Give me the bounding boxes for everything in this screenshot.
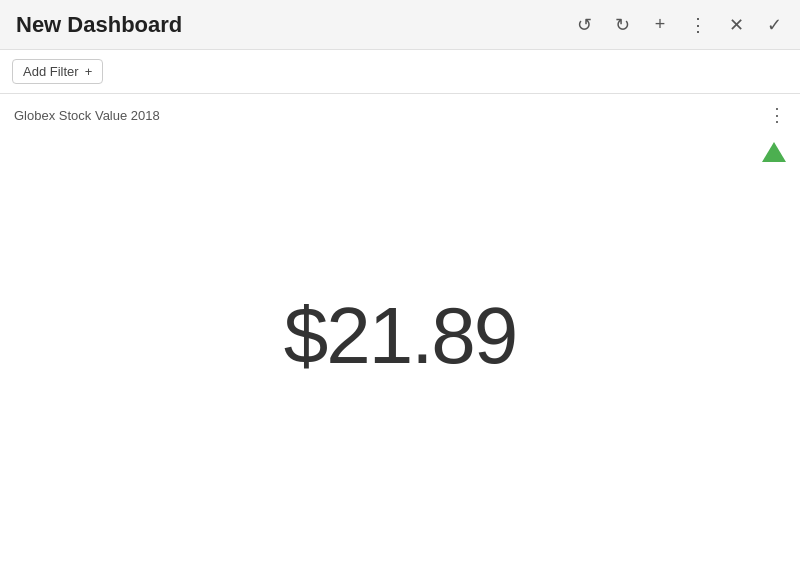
toolbar: Add Filter + — [0, 50, 800, 94]
trend-icon — [762, 142, 786, 162]
widget-value-container: $21.89 — [14, 124, 786, 548]
widget-card: Globex Stock Value 2018 ⋮ $21.89 — [0, 94, 800, 582]
trend-up-triangle — [762, 142, 786, 162]
add-filter-plus-icon: + — [85, 64, 93, 79]
redo-icon[interactable]: ↻ — [612, 15, 632, 35]
widget-value: $21.89 — [284, 290, 517, 382]
main-content: Globex Stock Value 2018 ⋮ $21.89 — [0, 94, 800, 582]
add-filter-label: Add Filter — [23, 64, 79, 79]
header-actions: ↺ ↻ + ⋮ ✕ ✓ — [574, 15, 784, 35]
header: New Dashboard ↺ ↻ + ⋮ ✕ ✓ — [0, 0, 800, 50]
page-title: New Dashboard — [16, 12, 182, 38]
add-filter-button[interactable]: Add Filter + — [12, 59, 103, 84]
undo-icon[interactable]: ↺ — [574, 15, 594, 35]
confirm-icon[interactable]: ✓ — [764, 15, 784, 35]
widget-menu-icon[interactable]: ⋮ — [768, 106, 786, 124]
close-icon[interactable]: ✕ — [726, 15, 746, 35]
add-icon[interactable]: + — [650, 15, 670, 35]
more-icon[interactable]: ⋮ — [688, 15, 708, 35]
widget-title: Globex Stock Value 2018 — [14, 108, 160, 123]
